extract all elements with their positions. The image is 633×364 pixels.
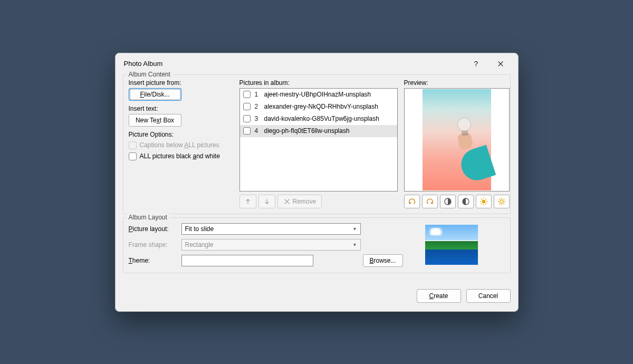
preview-pane [404, 88, 510, 191]
bw-label: ALL pictures black and white [140, 152, 220, 160]
captions-checkbox [129, 141, 137, 149]
preview-label: Preview: [404, 79, 510, 87]
picture-options-label: Picture Options: [129, 131, 233, 138]
album-content-group: Album Content Insert picture from: File/… [123, 74, 511, 214]
row-checkbox[interactable] [243, 103, 251, 110]
rotate-ccw-button[interactable] [404, 195, 420, 208]
pictures-in-album-label: Pictures in album: [239, 79, 398, 87]
svg-line-8 [485, 203, 486, 204]
theme-label: Theme: [129, 257, 179, 264]
row-checkbox[interactable] [243, 115, 251, 122]
file-disk-button[interactable]: File/Disk... [129, 88, 181, 101]
row-filename: ajeet-mestry-UBhpOIHnazM-unsplash [264, 91, 371, 98]
picture-layout-label: Picture layout: [129, 225, 179, 233]
brightness-up-button[interactable] [476, 195, 492, 208]
captions-label: Captions below ALL pictures [140, 141, 219, 149]
svg-point-2 [482, 199, 485, 203]
pictures-listbox[interactable]: 1ajeet-mestry-UBhpOIHnazM-unsplash2alexa… [239, 88, 398, 191]
svg-line-10 [485, 199, 486, 200]
row-number: 3 [255, 115, 260, 122]
row-number: 2 [255, 103, 260, 110]
titlebar: Photo Album ? [116, 53, 518, 74]
row-filename: david-kovalenko-G85VuTpw6jg-unsplash [264, 115, 379, 122]
dialog-footer: Create Cancel [116, 282, 518, 311]
move-down-button [258, 195, 275, 208]
row-filename: alexander-grey-NkQD-RHhbvY-unsplash [264, 103, 378, 110]
album-content-grid: Insert picture from: File/Disk... Insert… [129, 79, 505, 208]
contrast-down-button[interactable] [458, 195, 474, 208]
chevron-down-icon: ▾ [351, 226, 359, 232]
preview-image [423, 89, 491, 190]
row-checkbox[interactable] [243, 127, 251, 135]
browse-button[interactable]: Browse... [363, 254, 403, 267]
list-item[interactable]: 3david-kovalenko-G85VuTpw6jg-unsplash [240, 113, 397, 125]
svg-line-9 [481, 203, 482, 204]
insert-text-label: Insert text: [129, 105, 233, 112]
frame-shape-label: Frame shape: [129, 241, 179, 248]
svg-line-19 [503, 199, 504, 200]
picture-layout-combo[interactable]: Fit to slide ▾ [181, 223, 361, 235]
chevron-down-icon: ▾ [351, 242, 359, 247]
insert-picture-from-label: Insert picture from: [129, 79, 233, 87]
layout-preview-image [425, 225, 478, 265]
contrast-up-button[interactable] [440, 195, 456, 208]
move-up-button [239, 195, 256, 208]
photo-album-dialog: Photo Album ? Album Content Insert pictu… [115, 53, 519, 312]
svg-line-16 [499, 199, 500, 200]
rotate-cw-button[interactable] [422, 195, 438, 208]
album-content-legend: Album Content [127, 71, 172, 78]
dialog-content: Album Content Insert picture from: File/… [116, 74, 518, 282]
close-button[interactable] [488, 55, 513, 72]
new-text-box-button[interactable]: New Text Box [129, 114, 181, 127]
row-checkbox[interactable] [243, 91, 251, 98]
insert-controls-column: Insert picture from: File/Disk... Insert… [129, 79, 233, 208]
album-layout-group: Album Layout Picture layout: Fit to slid… [123, 217, 511, 273]
svg-line-18 [499, 203, 500, 204]
help-button[interactable]: ? [464, 55, 488, 72]
row-number: 1 [255, 91, 260, 98]
theme-input[interactable] [181, 255, 313, 266]
create-button[interactable]: Create [417, 289, 461, 303]
row-number: 4 [255, 127, 260, 135]
cancel-button[interactable]: Cancel [466, 289, 511, 303]
list-item[interactable]: 4diego-ph-fIq0tET6llw-unsplash [240, 125, 397, 137]
row-filename: diego-ph-fIq0tET6llw-unsplash [264, 127, 350, 135]
list-item[interactable]: 2alexander-grey-NkQD-RHhbvY-unsplash [240, 101, 397, 113]
svg-line-7 [481, 199, 482, 200]
window-title: Photo Album [124, 60, 464, 68]
remove-button: Remove [277, 195, 322, 208]
bw-checkbox[interactable] [129, 152, 137, 160]
frame-shape-combo: Rectangle ▾ [181, 239, 361, 251]
list-item[interactable]: 1ajeet-mestry-UBhpOIHnazM-unsplash [240, 89, 397, 101]
preview-column: Preview: [404, 79, 510, 208]
brightness-down-button[interactable] [494, 195, 510, 208]
svg-line-17 [503, 203, 504, 204]
album-layout-legend: Album Layout [127, 214, 169, 221]
svg-point-11 [500, 199, 503, 203]
pictures-column: Pictures in album: 1ajeet-mestry-UBhpOIH… [239, 79, 398, 208]
